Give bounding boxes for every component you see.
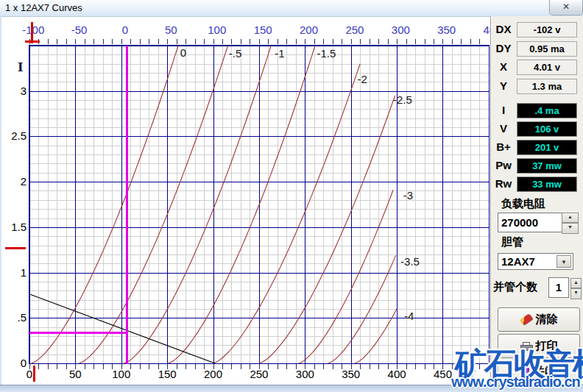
readout-value-v: 106 v: [517, 121, 577, 137]
readout-row-dy: DY0.95 ma: [492, 41, 583, 56]
readout-row-dx: DX-102 v: [492, 22, 583, 37]
door-icon: [522, 366, 529, 377]
curves-plot: [29, 46, 489, 363]
window-title: 1 x 12AX7 Curves: [5, 2, 82, 13]
plate-curve--.5: [79, 46, 227, 363]
y-axis-unit-label: I: [18, 60, 23, 74]
close-icon: ✕: [562, 1, 570, 12]
readout-row-rw: Rw33 mw: [492, 177, 583, 191]
spin-down-icon[interactable]: ▼: [562, 223, 579, 233]
app-window: 1 x 12AX7 Curves ✕ -100-5005010015020025…: [0, 0, 583, 392]
readout-value-dx: -102 v: [517, 22, 577, 38]
title-bar[interactable]: 1 x 12AX7 Curves: [0, 0, 583, 17]
plate-curve--3.5: [328, 255, 396, 363]
load-line: [30, 294, 215, 363]
spin-up-icon[interactable]: ▲: [562, 213, 579, 223]
spin-down-icon[interactable]: ▼: [570, 288, 582, 299]
readout-row-v: V106 v: [492, 121, 583, 136]
window-bottom-frame: [0, 385, 583, 392]
spin-up-icon[interactable]: ▲: [570, 278, 582, 288]
printer-icon: [520, 342, 531, 350]
panel-divider: [490, 16, 491, 385]
close-button[interactable]: 关闭: [498, 360, 580, 384]
chevron-down-icon[interactable]: ▼: [556, 255, 571, 268]
plate-curve--1: [124, 46, 272, 363]
clear-button[interactable]: 清除: [498, 307, 580, 332]
readout-value-y: 1.3 ma: [517, 79, 577, 94]
plate-curve-0: [32, 46, 179, 363]
dx-marker-top-dash: [25, 40, 40, 43]
close-button-label: 关闭: [534, 365, 556, 379]
plate-curve--2: [213, 64, 361, 363]
clear-button-label: 清除: [536, 313, 558, 327]
dy-marker-left-dash: [5, 247, 26, 249]
readout-row-pw: Pw37 mw: [492, 158, 583, 173]
cursor-horizontal-line: [29, 332, 127, 334]
window-left-frame: [0, 16, 1, 385]
plate-curve--1.5: [168, 46, 315, 363]
readout-row-bplus: B+201 v: [492, 140, 583, 154]
readout-value-x: 4.01 v: [517, 60, 577, 75]
parallel-count-spinner: ▲ ▼: [570, 278, 582, 297]
readout-value-dy: 0.95 ma: [517, 41, 577, 57]
top-tick-comb: [29, 39, 489, 44]
eraser-icon: [519, 314, 531, 326]
readout-value-pw: 37 mw: [517, 158, 577, 174]
plate-curve--2.5: [259, 96, 395, 363]
readout-value-i: .4 ma: [517, 103, 577, 118]
readout-row-y: Y1.3 ma: [492, 79, 583, 93]
chart-area: -100-50050100150200250300350400 05010015…: [0, 16, 492, 385]
plate-curve--4: [355, 309, 397, 363]
load-resistor-input[interactable]: 270000: [498, 213, 562, 232]
cursor-vertical-line: [126, 46, 128, 364]
load-resistor-spinner: ▲ ▼: [562, 213, 579, 232]
x-marker-bottom-tick: [33, 366, 35, 382]
readout-row-i: I.4 ma: [492, 103, 583, 118]
readout-value-bplus: 201 v: [517, 140, 577, 155]
parallel-count-label: 并管个数: [493, 280, 537, 294]
plate-curve--3: [299, 190, 393, 363]
x-axis-unit-label: V: [466, 368, 475, 382]
close-window-button[interactable]: ✕: [549, 0, 583, 15]
readout-row-x: X4.01 v: [492, 60, 583, 74]
parallel-count-input[interactable]: 1: [548, 277, 569, 298]
print-button[interactable]: 打印: [498, 334, 580, 358]
load-resistor-label: 负载电阻: [501, 197, 545, 211]
readout-value-rw: 33 mw: [517, 177, 577, 192]
print-button-label: 打印: [536, 339, 558, 353]
tube-label: 胆管: [501, 235, 523, 249]
tube-combobox[interactable]: 12AX7 ▼: [498, 253, 573, 270]
tube-combobox-value: 12AX7: [501, 255, 535, 268]
